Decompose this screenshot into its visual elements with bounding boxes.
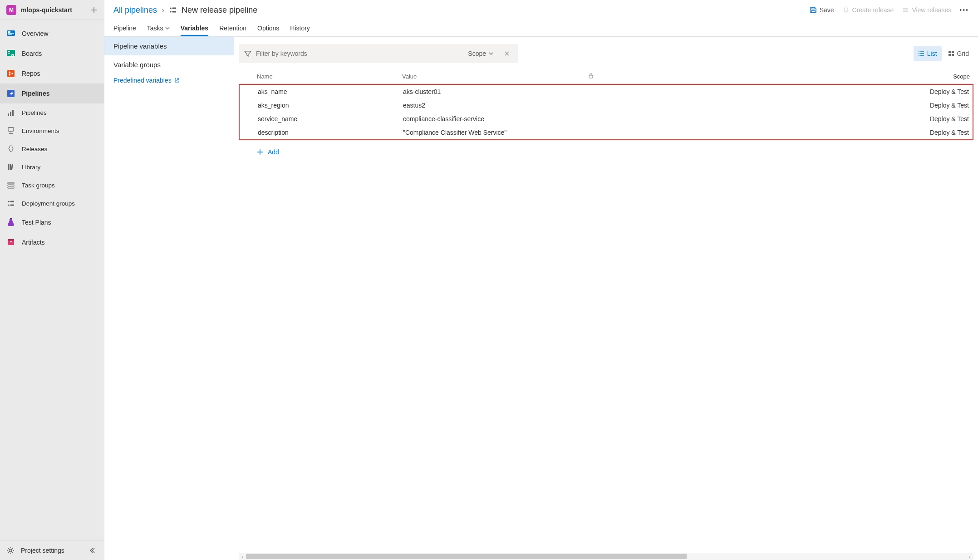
- nav-sub-deploymentgroups[interactable]: Deployment groups: [0, 194, 104, 212]
- main: All pipelines › New release pipeline Sav…: [104, 0, 978, 560]
- svg-rect-20: [8, 182, 14, 184]
- table-row[interactable]: service_name compliance-classifier-servi…: [240, 112, 973, 126]
- svg-point-40: [919, 55, 919, 56]
- scope-dropdown[interactable]: Scope: [464, 50, 497, 57]
- nav-sub-deploymentgroups-label: Deployment groups: [22, 200, 75, 207]
- deploymentgroups-icon: [6, 199, 15, 208]
- nav-sub-pipelines[interactable]: Pipelines: [0, 103, 104, 122]
- svg-rect-26: [10, 205, 14, 206]
- cell-scope: Deploy & Test: [607, 129, 973, 136]
- svg-rect-34: [172, 8, 176, 9]
- horizontal-scrollbar[interactable]: ‹ ›: [239, 553, 973, 560]
- cell-scope: Deploy & Test: [607, 102, 973, 109]
- varnav-predefined-label: Predefined variables: [113, 77, 172, 84]
- nav-pipelines[interactable]: Pipelines: [0, 84, 104, 103]
- col-scope[interactable]: Scope: [606, 73, 973, 80]
- filter-box: Scope: [239, 44, 518, 63]
- tab-tasks[interactable]: Tasks: [147, 20, 170, 36]
- svg-rect-35: [172, 11, 176, 13]
- list-icon: [902, 6, 909, 14]
- varnav-variable-groups[interactable]: Variable groups: [104, 55, 234, 74]
- svg-rect-27: [10, 218, 12, 219]
- add-project-icon[interactable]: [90, 6, 98, 14]
- nav-testplans-label: Test Plans: [22, 219, 51, 226]
- view-grid-label: Grid: [957, 50, 969, 57]
- svg-rect-29: [8, 239, 14, 241]
- table-row[interactable]: aks_name aks-cluster01 Deploy & Test: [240, 85, 973, 98]
- table-row[interactable]: aks_region eastus2 Deploy & Test: [240, 98, 973, 112]
- variables-table: Name Value Scope aks_name aks-cluster01: [239, 69, 973, 156]
- svg-point-32: [170, 8, 172, 9]
- nav-artifacts[interactable]: Artifacts: [0, 232, 104, 252]
- svg-rect-44: [952, 54, 954, 56]
- collapse-sidebar-icon[interactable]: [89, 546, 98, 555]
- table-row[interactable]: description "Compliance Classifier Web S…: [240, 126, 973, 139]
- svg-rect-43: [949, 54, 951, 56]
- more-menu-icon[interactable]: •••: [959, 6, 969, 14]
- svg-rect-21: [8, 185, 14, 186]
- breadcrumb-separator: ›: [162, 5, 164, 15]
- svg-rect-18: [10, 164, 11, 170]
- tab-variables[interactable]: Variables: [181, 20, 209, 36]
- filter-input[interactable]: [256, 50, 460, 57]
- nav-pipelines-label: Pipelines: [22, 90, 49, 97]
- save-label: Save: [820, 6, 834, 14]
- rocket-icon: [842, 6, 850, 14]
- nav-sub-taskgroups-label: Task groups: [22, 182, 55, 189]
- scroll-left-icon[interactable]: ‹: [239, 553, 246, 560]
- tabs: Pipeline Tasks Variables Retention Optio…: [104, 20, 978, 37]
- nav-testplans[interactable]: Test Plans: [0, 212, 104, 232]
- cell-value: aks-cluster01: [403, 88, 589, 95]
- svg-rect-1: [8, 31, 10, 33]
- repos-icon: [6, 69, 15, 78]
- add-label: Add: [268, 148, 279, 156]
- svg-point-31: [9, 549, 12, 552]
- tab-retention[interactable]: Retention: [219, 20, 246, 36]
- svg-point-24: [8, 205, 10, 206]
- col-value[interactable]: Value: [402, 73, 588, 80]
- svg-rect-14: [10, 112, 11, 116]
- tab-pipeline[interactable]: Pipeline: [113, 20, 136, 36]
- scroll-right-icon[interactable]: ›: [966, 553, 973, 560]
- add-variable-button[interactable]: Add: [239, 140, 973, 156]
- svg-rect-16: [8, 128, 14, 131]
- view-list-label: List: [927, 50, 937, 57]
- nav-sub-library[interactable]: Library: [0, 158, 104, 176]
- nav-sub-environments[interactable]: Environments: [0, 122, 104, 140]
- col-name[interactable]: Name: [257, 73, 402, 80]
- cell-scope: Deploy & Test: [607, 115, 973, 123]
- testplans-icon: [6, 218, 15, 227]
- svg-rect-36: [812, 7, 814, 9]
- svg-rect-2: [8, 33, 14, 34]
- svg-rect-19: [11, 164, 13, 170]
- project-name[interactable]: mlops-quickstart: [21, 6, 72, 14]
- tab-history[interactable]: History: [290, 20, 310, 36]
- save-button[interactable]: Save: [810, 6, 834, 14]
- scroll-thumb[interactable]: [246, 554, 687, 559]
- grid-view-icon: [948, 50, 954, 57]
- nav-boards[interactable]: Boards: [0, 44, 104, 64]
- environments-icon: [6, 126, 15, 135]
- view-grid-button[interactable]: Grid: [944, 46, 973, 61]
- breadcrumb-root[interactable]: All pipelines: [113, 5, 157, 15]
- nav-sub-releases[interactable]: Releases: [0, 140, 104, 158]
- nav-sub-taskgroups[interactable]: Task groups: [0, 176, 104, 194]
- external-link-icon: [174, 78, 180, 83]
- cell-scope: Deploy & Test: [607, 88, 973, 95]
- nav-overview[interactable]: Overview: [0, 24, 104, 44]
- svg-rect-45: [589, 75, 593, 78]
- project-settings[interactable]: Project settings: [6, 546, 64, 555]
- clear-filter-icon[interactable]: [501, 51, 512, 56]
- cell-name: aks_name: [258, 88, 403, 95]
- svg-rect-17: [8, 164, 9, 170]
- tab-options[interactable]: Options: [257, 20, 279, 36]
- nav-repos-label: Repos: [22, 70, 40, 77]
- varnav-predefined-link[interactable]: Predefined variables: [104, 74, 234, 87]
- view-list-button[interactable]: List: [914, 46, 942, 61]
- library-icon: [6, 162, 15, 172]
- varnav-pipeline-variables[interactable]: Pipeline variables: [104, 37, 234, 55]
- filter-row: Scope: [239, 44, 973, 63]
- view-releases-label: View releases: [912, 6, 951, 14]
- svg-rect-6: [8, 53, 10, 54]
- nav-repos[interactable]: Repos: [0, 64, 104, 84]
